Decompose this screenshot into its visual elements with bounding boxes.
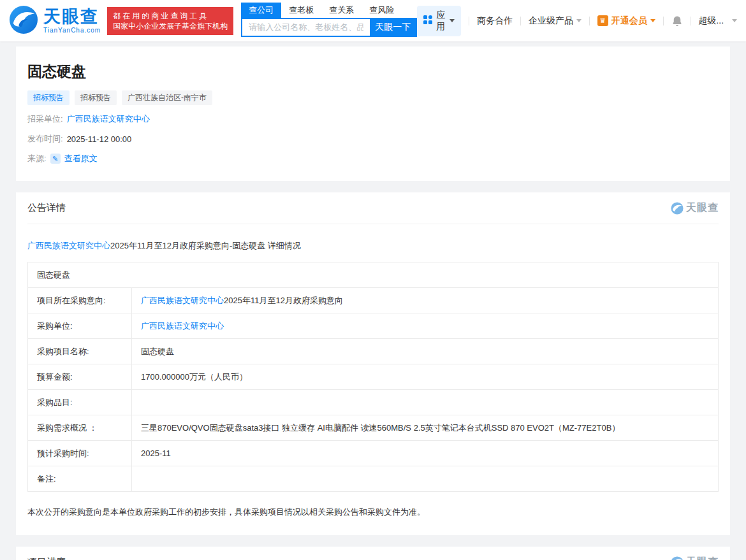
meta-source: 来源: ✎ 查看原文: [27, 153, 719, 164]
meta-unit: 招采单位: 广西民族语文研究中心: [27, 113, 719, 125]
promo-line2: 国家中小企业发展子基金旗下机构: [113, 21, 228, 31]
table-row-label: 采购项目名称:: [28, 339, 132, 364]
apps-grid-icon: [423, 15, 432, 26]
divider: [589, 17, 590, 25]
meta-publish-time: 发布时间: 2025-11-12 00:00: [27, 133, 719, 145]
table-row-value: 2025-11: [132, 441, 719, 466]
meta-source-label: 来源:: [27, 153, 47, 164]
crown-icon: ♛: [597, 15, 608, 26]
tianyancha-watermark: 天眼查: [671, 556, 719, 560]
table-row-label: 预计采购时间:: [28, 441, 132, 466]
announcement-card: 公告详情 天眼查 广西民族语文研究中心2025年11月至12月政府采购意向-固态…: [16, 192, 730, 535]
table-row-value: 1700.000000万元（人民币）: [132, 364, 719, 390]
main-content: 固态硬盘 招标预告 招标预告 广西壮族自治区-南宁市 招采单位: 广西民族语文研…: [0, 41, 746, 560]
vip-label: 开通会员: [611, 15, 647, 27]
meta-unit-label: 招采单位:: [27, 113, 63, 125]
divider: [691, 17, 691, 25]
nav-enterprise-products[interactable]: 企业级产品: [529, 15, 581, 27]
intro-text: 2025年11月至12月政府采购意向-固态硬盘 详细情况: [110, 241, 301, 250]
table-row-value: 三星870EVO/QVO固态硬盘sata3接口 独立缓存 AI电脑配件 读速56…: [132, 415, 719, 441]
title-card: 固态硬盘 招标预告 招标预告 广西壮族自治区-南宁市 招采单位: 广西民族语文研…: [16, 47, 730, 181]
search-button[interactable]: 天眼一下: [370, 19, 416, 36]
publish-time-value: 2025-11-12 00:00: [67, 134, 132, 144]
tianyancha-watermark: 天眼查: [671, 201, 719, 215]
table-row: 备注:: [28, 466, 719, 492]
promo-line1: 都在用的商业查询工具: [113, 11, 228, 21]
company-link[interactable]: 广西民族语文研究中心: [141, 296, 224, 305]
search-tab-boss[interactable]: 查老板: [281, 3, 321, 18]
table-row-label: 采购单位:: [28, 313, 132, 339]
table-row-label: 预算金额:: [28, 364, 132, 390]
table-row: 预计采购时间:2025-11: [28, 441, 719, 466]
chevron-down-icon: [450, 19, 455, 22]
table-row-value: [132, 466, 719, 492]
table-row-value: 广西民族语文研究中心: [132, 313, 719, 339]
announcement-table: 固态硬盘项目所在采购意向:广西民族语文研究中心2025年11月至12月政府采购意…: [27, 262, 719, 492]
promo-banner: 都在用的商业查询工具 国家中小企业发展子基金旗下机构: [107, 7, 233, 35]
apps-label: 应用: [436, 10, 446, 32]
tag-bid-forecast-2: 招标预告: [75, 90, 117, 105]
watermark-text: 天眼查: [686, 556, 719, 560]
search-area: 查公司 查老板 查关系 查风险 天眼一下: [241, 5, 417, 37]
announcement-intro: 广西民族语文研究中心2025年11月至12月政府采购意向-固态硬盘 详细情况: [27, 224, 719, 262]
table-row: 采购项目名称:固态硬盘: [28, 339, 719, 364]
search-tab-risk[interactable]: 查风险: [362, 3, 402, 18]
watermark-text: 天眼查: [686, 201, 719, 215]
user-account-menu[interactable]: 超级...: [698, 15, 737, 27]
table-row-label: 采购品目:: [28, 390, 132, 415]
nav-business-cooperation[interactable]: 商务合作: [477, 15, 513, 27]
chevron-down-icon: [576, 19, 581, 22]
tag-bid-forecast: 招标预告: [27, 90, 69, 105]
notification-bell-icon[interactable]: [671, 15, 683, 27]
procurement-unit-link[interactable]: 广西民族语文研究中心: [67, 113, 150, 125]
search-input[interactable]: [242, 19, 370, 36]
announcement-section-head: 公告详情 天眼查: [27, 192, 719, 224]
table-row-value: 固态硬盘: [132, 339, 719, 364]
nav-open-vip[interactable]: ♛ 开通会员: [597, 15, 655, 27]
table-row: 采购需求概况 ：三星870EVO/QVO固态硬盘sata3接口 独立缓存 AI电…: [28, 415, 719, 441]
table-row: 项目所在采购意向:广西民族语文研究中心2025年11月至12月政府采购意向: [28, 288, 719, 313]
table-title-cell: 固态硬盘: [28, 262, 719, 288]
table-row: 采购单位:广西民族语文研究中心: [28, 313, 719, 339]
enterprise-label: 企业级产品: [529, 15, 573, 27]
search-tabs: 查公司 查老板 查关系 查风险: [241, 5, 417, 19]
table-row-value: 广西民族语文研究中心2025年11月至12月政府采购意向: [132, 288, 719, 313]
top-right-nav: 应用 商务合作 企业级产品 ♛ 开通会员 超级...: [417, 6, 737, 36]
divider: [520, 17, 521, 25]
announcement-section-title: 公告详情: [27, 202, 66, 214]
logo-domain: TianYanCha.com: [43, 27, 101, 34]
progress-section-head: 项目进度 天眼查: [27, 547, 719, 560]
search-tab-company[interactable]: 查公司: [241, 3, 281, 18]
table-row-label: 采购需求概况 ：: [28, 415, 132, 441]
view-original-link[interactable]: 查看原文: [64, 153, 98, 164]
chevron-down-icon: [732, 19, 737, 22]
table-row-value: [132, 390, 719, 415]
intro-company-link[interactable]: 广西民族语文研究中心: [27, 241, 110, 250]
apps-menu[interactable]: 应用: [417, 6, 461, 36]
search-box: 天眼一下: [241, 19, 417, 37]
divider: [663, 17, 664, 25]
tianyancha-logo-icon: [9, 5, 38, 37]
divider: [469, 17, 469, 25]
tianyancha-logo[interactable]: 天眼查 TianYanCha.com: [9, 5, 101, 37]
progress-card: 项目进度 天眼查 2025-11-12 招标公告 固态硬盘 当前公告: [16, 547, 730, 560]
meta-time-label: 发布时间:: [27, 133, 63, 145]
table-row: 固态硬盘: [28, 262, 719, 288]
top-header: 天眼查 TianYanCha.com 都在用的商业查询工具 国家中小企业发展子基…: [0, 0, 746, 41]
table-row: 采购品目:: [28, 390, 719, 415]
page-title: 固态硬盘: [27, 62, 719, 82]
table-row: 预算金额:1700.000000万元（人民币）: [28, 364, 719, 390]
table-row-label: 备注:: [28, 466, 132, 492]
tag-row: 招标预告 招标预告 广西壮族自治区-南宁市: [27, 90, 719, 105]
tag-region: 广西壮族自治区-南宁市: [122, 90, 212, 105]
progress-section-title: 项目进度: [27, 556, 66, 560]
announcement-note: 本次公开的采购意向是本单位政府采购工作的初步安排，具体采购项目情况以相关采购公告…: [27, 492, 719, 535]
company-link[interactable]: 广西民族语文研究中心: [141, 321, 224, 331]
chevron-down-icon: [650, 19, 655, 22]
logo-brand: 天眼查: [43, 8, 101, 25]
document-link-icon: ✎: [50, 154, 61, 164]
search-tab-relation[interactable]: 查关系: [321, 3, 362, 18]
table-row-label: 项目所在采购意向:: [28, 288, 132, 313]
logo-text: 天眼查 TianYanCha.com: [43, 8, 101, 34]
user-name: 超级...: [698, 15, 724, 27]
